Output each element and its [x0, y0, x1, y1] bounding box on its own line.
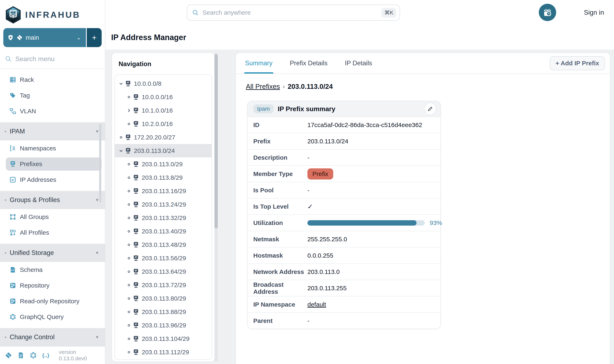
tree-item-203-0-113-112-29[interactable]: IP203.0.113.112/29 — [115, 345, 211, 359]
sidebar-section-unified-storage[interactable]: •Unified Storage▼ — [0, 244, 105, 262]
field-value: 255.255.255.0 — [307, 236, 441, 243]
tree-item-203-0-113-104-29[interactable]: IP203.0.113.104/29 — [115, 332, 211, 345]
leaf-circle-icon[interactable] — [126, 215, 132, 221]
leaf-circle-icon[interactable] — [118, 135, 124, 140]
tree-item-203-0-113-8-29[interactable]: IP203.0.113.8/29 — [115, 171, 211, 184]
sidebar-item-read-only-repository[interactable]: Read-only Repository — [0, 293, 105, 309]
sidebar-item-ip-addresses[interactable]: IPIP Addresses — [0, 172, 105, 188]
tree-scrollbar-thumb[interactable] — [214, 54, 218, 229]
tree-item-203-0-113-80-29[interactable]: IP203.0.113.80/29 — [115, 292, 211, 305]
field-value: 17cca5af-0dc2-86da-3cca-c516d4eee362 — [307, 121, 441, 129]
tree-item-203-0-113-16-29[interactable]: IP203.0.113.16/29 — [115, 184, 211, 198]
tree-item-203-0-113-40-29[interactable]: IP203.0.113.40/29 — [115, 224, 211, 238]
leaf-circle-icon[interactable] — [126, 296, 132, 301]
leaf-circle-icon[interactable] — [126, 336, 132, 341]
leaf-circle-icon[interactable] — [126, 256, 132, 261]
tab-ip-details[interactable]: IP Details — [345, 53, 372, 74]
card-rows: ID17cca5af-0dc2-86da-3cca-c516d4eee362Pr… — [248, 117, 441, 329]
sidebar-section-change-control[interactable]: •Change Control▼ — [0, 328, 105, 346]
leaf-circle-icon[interactable] — [126, 94, 132, 100]
leaf-circle-icon[interactable] — [126, 282, 132, 288]
navigation-title: Navigation — [118, 60, 214, 68]
graphql-icon[interactable] — [30, 352, 37, 359]
tree-item-203-0-113-96-29[interactable]: IP203.0.113.96/29 — [115, 319, 211, 332]
tree-item-203-0-113-24-29[interactable]: IP203.0.113.24/29 — [115, 198, 211, 211]
sidebar-menu: RackTagVLAN•IPAM▼NamespacesIPPrefixesIPI… — [0, 72, 105, 347]
field-row-hostmask: Hostmask0.0.0.255 — [248, 247, 441, 264]
prefix-icon: IP — [133, 242, 139, 248]
tree-item-10-0-0-0-8[interactable]: IP10.0.0.0/8 — [115, 77, 211, 90]
chevron-down-icon[interactable] — [118, 81, 124, 86]
tree-item-203-0-113-48-29[interactable]: IP203.0.113.48/29 — [115, 238, 211, 251]
sidebar-item-namespaces[interactable]: Namespaces — [0, 141, 105, 156]
sidebar-section-groups-profiles[interactable]: •Groups & Profiles▼ — [0, 191, 105, 209]
tree-item-label: 203.0.113.32/29 — [142, 214, 186, 221]
tree-item-203-0-113-64-29[interactable]: IP203.0.113.64/29 — [115, 265, 211, 278]
time-travel-button[interactable] — [539, 4, 556, 21]
tree-item-10-0-0-0-16[interactable]: IP10.0.0.0/16 — [115, 90, 211, 104]
ip-namespace-link[interactable]: default — [307, 301, 326, 308]
prefix-icon: IP — [133, 336, 139, 342]
sidebar-search[interactable]: Search menu — [0, 49, 105, 69]
tree-item-203-0-113-72-29[interactable]: IP203.0.113.72/29 — [115, 278, 211, 292]
leaf-circle-icon[interactable] — [126, 323, 132, 328]
global-search-input[interactable]: Search anywhere ⌘K — [187, 5, 400, 21]
sidebar-item-all-groups[interactable]: All Groups — [0, 209, 105, 225]
branch-selector-button[interactable]: main ⌄ — [3, 28, 86, 47]
sidebar-section-ipam[interactable]: •IPAM▼ — [0, 122, 105, 141]
tree-item-203-0-113-0-24[interactable]: IP203.0.113.0/24 — [115, 144, 211, 157]
leaf-circle-icon[interactable] — [126, 309, 132, 315]
page-title: IP Address Manager — [111, 33, 186, 42]
breadcrumb-all-prefixes-link[interactable]: All Prefixes — [246, 83, 280, 91]
sign-in-button[interactable]: Sign in — [584, 9, 604, 16]
leaf-circle-icon[interactable] — [126, 202, 132, 207]
sidebar-item-all-profiles[interactable]: All Profiles — [0, 225, 105, 240]
sidebar-item-repository[interactable]: Repository — [0, 278, 105, 293]
tree-scrollbar[interactable] — [214, 52, 218, 362]
braces-icon[interactable]: {..} — [42, 352, 49, 359]
schema-icon — [10, 266, 16, 273]
edit-button[interactable] — [424, 103, 436, 115]
create-branch-button[interactable]: + — [86, 28, 102, 47]
git-icon[interactable] — [5, 352, 12, 359]
logo[interactable]: INFRAHUB — [0, 0, 105, 26]
tree-item-172-20-20-0-27[interactable]: IP172.20.20.0/27 — [115, 130, 211, 144]
tree-item-203-0-113-88-29[interactable]: IP203.0.113.88/29 — [115, 305, 211, 319]
leaf-circle-icon[interactable] — [126, 242, 132, 247]
leaf-circle-icon[interactable] — [126, 175, 132, 180]
field-row-parent: Parent- — [248, 313, 441, 329]
leaf-circle-icon[interactable] — [126, 121, 132, 127]
sidebar-scrollbar[interactable] — [99, 124, 101, 202]
field-label: Member Type — [253, 170, 307, 177]
document-icon[interactable] — [17, 352, 24, 359]
svg-text:IP: IP — [135, 323, 137, 325]
git-branch-icon — [16, 35, 23, 41]
sidebar-item-rack[interactable]: Rack — [0, 72, 105, 88]
leaf-circle-icon[interactable] — [126, 269, 132, 274]
tab-summary[interactable]: Summary — [245, 53, 273, 74]
tree-item-10-1-0-0-16[interactable]: IP10.1.0.0/16 — [115, 104, 211, 117]
leaf-circle-icon[interactable] — [126, 188, 132, 194]
sidebar-item-tag[interactable]: Tag — [0, 88, 105, 103]
chevron-down-icon[interactable] — [118, 148, 124, 154]
leaf-circle-icon[interactable] — [126, 350, 132, 355]
tree-item-203-0-113-120-29[interactable]: IP203.0.113.120/29 — [115, 359, 211, 360]
tree-item-203-0-113-56-29[interactable]: IP203.0.113.56/29 — [115, 251, 211, 265]
breadcrumb-separator: › — [283, 83, 285, 90]
tab-prefix-details[interactable]: Prefix Details — [290, 53, 328, 74]
sidebar-item-schema[interactable]: Schema — [0, 262, 105, 278]
chevron-right-icon[interactable] — [126, 108, 132, 113]
add-ip-prefix-button[interactable]: + Add IP Prefix — [550, 56, 605, 70]
leaf-circle-icon[interactable] — [126, 229, 132, 234]
tree-item-label: 203.0.113.40/29 — [142, 228, 186, 235]
leaf-circle-icon[interactable] — [126, 162, 132, 167]
tree-item-203-0-113-0-29[interactable]: IP203.0.113.0/29 — [115, 157, 211, 171]
svg-text:IP: IP — [135, 350, 137, 352]
field-label: ID — [253, 121, 307, 129]
sidebar-item-prefixes[interactable]: IPPrefixes — [0, 156, 105, 172]
tree-item-10-2-0-0-16[interactable]: IP10.2.0.0/16 — [115, 117, 211, 130]
sidebar-item-graphql-query[interactable]: GraphQL Query — [0, 309, 105, 325]
sidebar-item-vlan[interactable]: VLAN — [0, 103, 105, 119]
svg-text:IP: IP — [135, 175, 137, 178]
tree-item-203-0-113-32-29[interactable]: IP203.0.113.32/29 — [115, 211, 211, 224]
